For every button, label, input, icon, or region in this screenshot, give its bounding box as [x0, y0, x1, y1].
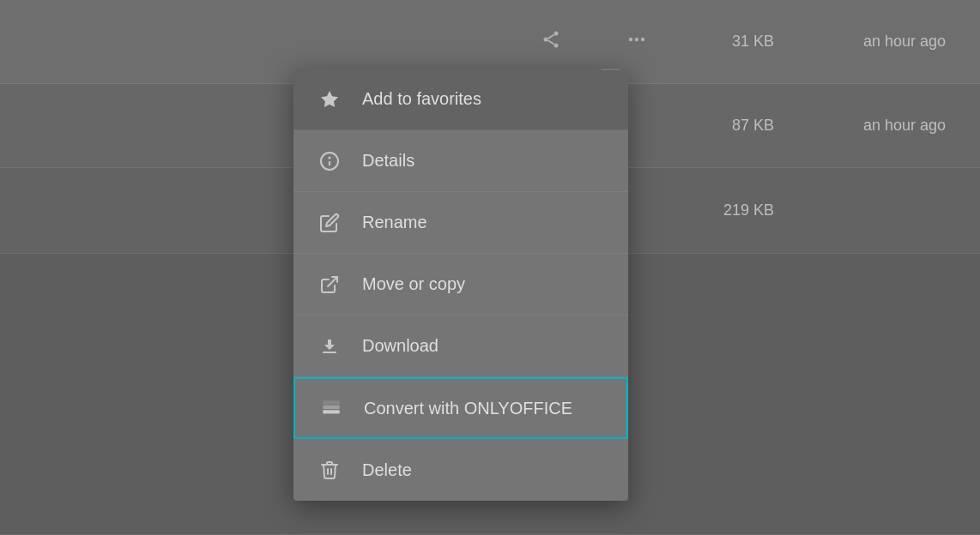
pencil-icon — [318, 211, 342, 235]
layers-icon — [319, 396, 343, 420]
menu-item-rename[interactable]: Rename — [293, 192, 628, 254]
menu-label-details: Details — [362, 151, 414, 171]
menu-label-add-to-favorites: Add to favorites — [362, 89, 481, 109]
move-icon — [318, 273, 342, 297]
svg-line-4 — [548, 40, 554, 45]
file-size-1: 31 KB — [705, 33, 774, 51]
svg-point-6 — [635, 37, 638, 40]
info-icon — [318, 149, 342, 173]
svg-point-7 — [641, 37, 644, 40]
svg-point-2 — [554, 43, 559, 47]
context-menu: Add to favorites Details Rename — [293, 69, 628, 501]
more-options-icon[interactable] — [620, 26, 654, 58]
menu-label-convert-onlyoffice: Convert with ONLYOFFICE — [364, 399, 572, 418]
menu-item-add-to-favorites[interactable]: Add to favorites — [293, 69, 628, 130]
file-modified-2: an hour ago — [826, 117, 946, 135]
menu-item-delete[interactable]: Delete — [293, 439, 628, 501]
menu-item-details[interactable]: Details — [293, 130, 628, 192]
menu-item-download[interactable]: Download — [293, 316, 628, 377]
svg-point-5 — [629, 37, 632, 40]
menu-label-move-or-copy: Move or copy — [362, 274, 465, 294]
menu-pointer — [601, 69, 621, 70]
star-icon — [318, 87, 342, 111]
svg-rect-11 — [323, 352, 336, 353]
svg-point-0 — [554, 31, 559, 35]
menu-item-move-or-copy[interactable]: Move or copy — [293, 254, 628, 316]
share-icon[interactable] — [534, 26, 568, 58]
svg-line-3 — [548, 34, 554, 39]
menu-label-delete: Delete — [362, 460, 412, 480]
menu-label-rename: Rename — [362, 213, 427, 232]
svg-point-1 — [544, 37, 548, 41]
trash-icon — [318, 458, 342, 482]
svg-rect-12 — [323, 410, 340, 413]
menu-label-download: Download — [362, 336, 439, 356]
svg-rect-14 — [323, 400, 340, 404]
menu-item-convert-onlyoffice[interactable]: Convert with ONLYOFFICE — [293, 377, 628, 439]
file-modified-1: an hour ago — [826, 33, 946, 51]
svg-rect-13 — [323, 406, 340, 409]
download-icon — [318, 334, 342, 358]
file-size-3: 219 KB — [705, 201, 774, 219]
file-size-2: 87 KB — [705, 117, 774, 135]
